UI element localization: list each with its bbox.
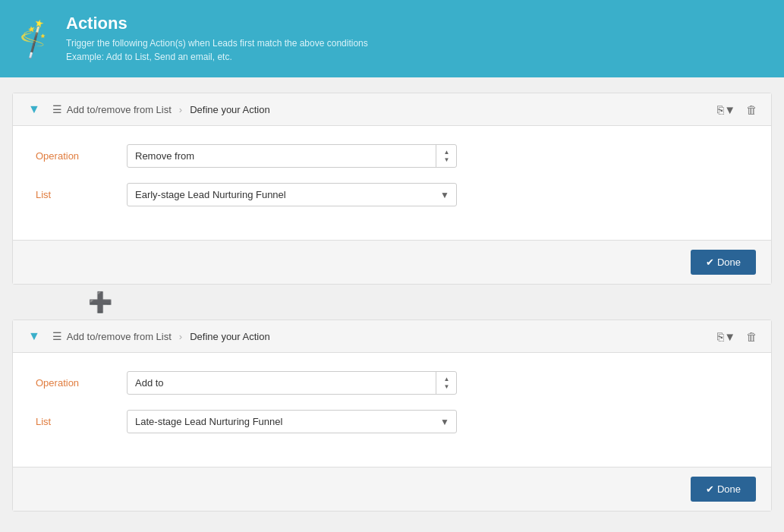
action-controls-2: ⎘▼ 🗑 (714, 329, 760, 345)
action-card-2: ▼ ☰ Add to/remove from List › Define you… (12, 320, 772, 512)
list-row-2: List Late-stage Lead Nurturing Funnel Ea… (36, 410, 748, 433)
action-footer-1: ✔ Done (13, 240, 771, 284)
list-label-2: List (36, 416, 127, 427)
done-button-1[interactable]: ✔ Done (691, 250, 756, 275)
done-button-2[interactable]: ✔ Done (691, 477, 756, 502)
collapse-button-2[interactable]: ▼ (24, 328, 45, 345)
list-label-1: List (36, 189, 127, 200)
header-title: Actions (66, 14, 368, 33)
action-title-area-1: ☰ Add to/remove from List › Define your … (52, 103, 707, 115)
header-text-area: Actions Trigger the following Action(s) … (66, 14, 368, 64)
action-card-1: ▼ ☰ Add to/remove from List › Define you… (12, 93, 772, 285)
actions-header: 🪄 Actions Trigger the following Action(s… (0, 0, 784, 77)
list-dropdown-wrapper-1: Early-stage Lead Nurturing Funnel Late-s… (127, 183, 457, 206)
delete-button-2[interactable]: 🗑 (743, 329, 760, 345)
action-header-1: ▼ ☰ Add to/remove from List › Define you… (13, 93, 771, 126)
header-subtitle: Trigger the following Action(s) when Lea… (66, 36, 368, 64)
wand-icon: 🪄 (13, 17, 58, 61)
action-name-2: Define your Action (190, 331, 270, 342)
action-footer-2: ✔ Done (13, 467, 771, 511)
operation-row-1: Operation Remove from Add to ▲ ▼ (36, 144, 748, 168)
collapse-button-1[interactable]: ▼ (24, 101, 45, 118)
list-select-2[interactable]: Late-stage Lead Nurturing Funnel Early-s… (127, 410, 457, 433)
operation-select-wrapper-1: Remove from Add to ▲ ▼ (127, 144, 457, 168)
breadcrumb-2: Add to/remove from List (67, 331, 172, 342)
add-action-button[interactable]: ➕ (88, 292, 112, 312)
list-icon-1: ☰ (52, 103, 62, 115)
main-content: ▼ ☰ Add to/remove from List › Define you… (0, 77, 784, 527)
operation-row-2: Operation Add to Remove from ▲ ▼ (36, 371, 748, 395)
list-row-1: List Early-stage Lead Nurturing Funnel L… (36, 183, 748, 206)
operation-select-1[interactable]: Remove from Add to (127, 144, 457, 168)
action-name-1: Define your Action (190, 104, 270, 115)
copy-button-1[interactable]: ⎘▼ (714, 102, 738, 118)
action-title-area-2: ☰ Add to/remove from List › Define your … (52, 330, 707, 342)
breadcrumb-sep-1: › (179, 104, 182, 115)
operation-select-wrapper-2: Add to Remove from ▲ ▼ (127, 371, 457, 395)
copy-button-2[interactable]: ⎘▼ (714, 329, 738, 345)
action-header-2: ▼ ☰ Add to/remove from List › Define you… (13, 320, 771, 353)
breadcrumb-1: Add to/remove from List (67, 104, 172, 115)
action-controls-1: ⎘▼ 🗑 (714, 102, 760, 118)
list-icon-2: ☰ (52, 330, 62, 342)
action-body-2: Operation Add to Remove from ▲ ▼ List (13, 353, 771, 467)
operation-select-2[interactable]: Add to Remove from (127, 371, 457, 395)
delete-button-1[interactable]: 🗑 (743, 102, 760, 118)
breadcrumb-sep-2: › (179, 331, 182, 342)
add-action-container: ➕ (12, 285, 772, 320)
list-select-1[interactable]: Early-stage Lead Nurturing Funnel Late-s… (127, 183, 457, 206)
list-dropdown-wrapper-2: Late-stage Lead Nurturing Funnel Early-s… (127, 410, 457, 433)
operation-label-1: Operation (36, 150, 127, 162)
operation-label-2: Operation (36, 377, 127, 389)
action-body-1: Operation Remove from Add to ▲ ▼ List (13, 126, 771, 240)
